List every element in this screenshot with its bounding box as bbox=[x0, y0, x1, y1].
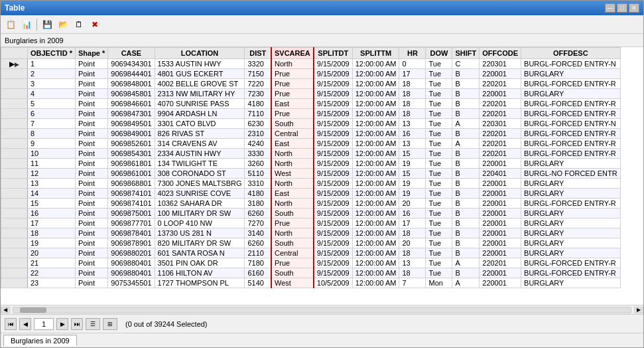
next-record-button[interactable]: ▶ bbox=[56, 318, 68, 330]
table-row[interactable]: ▶ 1 Point 9069434301 1533 AUSTIN HWY 332… bbox=[1, 59, 621, 69]
cell-svcarea: West bbox=[271, 278, 314, 288]
minimize-button[interactable]: — bbox=[605, 3, 615, 13]
cell-offdesc: BURGL-FORCED ENTRY-R bbox=[521, 139, 621, 149]
cell-offcode: 220001 bbox=[480, 89, 521, 99]
cell-hr: 18 bbox=[399, 79, 426, 89]
table-row[interactable]: 9 Point 9069852601 314 CRAVENS AV 4240 E… bbox=[1, 139, 621, 149]
table-row[interactable]: 10 Point 9069854301 2334 AUSTIN HWY 3330… bbox=[1, 149, 621, 159]
col-header-splittm[interactable]: SPLITTM bbox=[352, 48, 399, 59]
cell-shape: Point bbox=[75, 109, 107, 119]
table-row[interactable]: 5 Point 9069846601 4070 SUNRISE PASS 418… bbox=[1, 99, 621, 109]
table-row[interactable]: 3 Point 9069848001 4002 BELLE GROVE ST 7… bbox=[1, 79, 621, 89]
table-row[interactable]: 4 Point 9069845801 2313 NW MILITARY HY 7… bbox=[1, 89, 621, 99]
cell-hr: 13 bbox=[399, 258, 426, 268]
col-header-location[interactable]: LOCATION bbox=[155, 48, 245, 59]
delete-button[interactable]: ✖ bbox=[88, 17, 102, 32]
col-header-shift[interactable]: SHIFT bbox=[452, 48, 480, 59]
cell-svcarea: North bbox=[271, 179, 314, 189]
cell-shift: B bbox=[452, 228, 480, 238]
cell-splittm: 12:00:00 AM bbox=[352, 119, 399, 129]
table-scroll[interactable]: OBJECTID * Shape * CASE LOCATION DIST SV… bbox=[1, 47, 643, 305]
table-row[interactable]: 13 Point 9069868801 7300 JONES MALTSBRG … bbox=[1, 179, 621, 189]
cell-objectid: 6 bbox=[28, 109, 76, 119]
close-button[interactable]: ✕ bbox=[629, 3, 639, 13]
col-header-splitdt[interactable]: SPLITDT bbox=[314, 48, 352, 59]
cell-svcarea: North bbox=[271, 228, 314, 238]
table-row[interactable]: 19 Point 9069878901 820 MILITARY DR SW 6… bbox=[1, 238, 621, 248]
col-header-shape[interactable]: Shape * bbox=[75, 48, 107, 59]
scroll-right-button[interactable]: ▶ bbox=[634, 307, 643, 313]
cell-case: 9069877701 bbox=[108, 218, 155, 228]
table-row[interactable]: 16 Point 9069875001 100 MILITARY DR SW 6… bbox=[1, 209, 621, 218]
cell-location: 134 TWILIGHT TE bbox=[155, 159, 245, 169]
col-header-objectid[interactable]: OBJECTID * bbox=[28, 48, 76, 59]
table-row[interactable]: 8 Point 9069849001 826 RIVAS ST 2310 Cen… bbox=[1, 129, 621, 139]
table-row[interactable]: 21 Point 9069880401 3501 PIN OAK DR 7180… bbox=[1, 258, 621, 268]
scroll-left-button[interactable]: ◀ bbox=[1, 307, 10, 313]
cell-shape: Point bbox=[75, 99, 107, 109]
scroll-thumb[interactable] bbox=[20, 307, 46, 313]
col-header-hr[interactable]: HR bbox=[399, 48, 426, 59]
table-row[interactable]: 11 Point 9069861801 134 TWILIGHT TE 3260… bbox=[1, 159, 621, 169]
cell-shape: Point bbox=[75, 139, 107, 149]
table-row[interactable]: 20 Point 9069880201 601 SANTA ROSA N 211… bbox=[1, 248, 621, 258]
last-record-button[interactable]: ⏭ bbox=[71, 318, 83, 330]
cell-svcarea: Prue bbox=[271, 79, 314, 89]
copy-button[interactable]: 🗒 bbox=[72, 17, 86, 32]
row-indicator bbox=[1, 209, 28, 218]
new-button[interactable]: 📋 bbox=[3, 17, 18, 32]
cell-offdesc: BURGL-FORCED ENTRY-R bbox=[521, 99, 621, 109]
table-row[interactable]: 18 Point 9069878401 13730 US 281 N 3140 … bbox=[1, 228, 621, 238]
table-row[interactable]: 12 Point 9069861001 308 CORONADO ST 5110… bbox=[1, 169, 621, 179]
cell-shift: B bbox=[452, 169, 480, 179]
load-button[interactable]: 📂 bbox=[56, 17, 70, 32]
col-header-offcode[interactable]: OFFCODE bbox=[480, 48, 521, 59]
cell-location: 1533 AUSTIN HWY bbox=[155, 59, 245, 69]
table-row[interactable]: 14 Point 9069874101 4023 SUNRISE COVE 41… bbox=[1, 189, 621, 199]
cell-dow: Tue bbox=[426, 99, 452, 109]
tab-burglaries[interactable]: Burglaries in 2009 bbox=[3, 335, 77, 346]
cell-svcarea: South bbox=[271, 209, 314, 218]
row-indicator bbox=[1, 159, 28, 169]
cell-dist: 3180 bbox=[245, 199, 271, 209]
cell-objectid: 22 bbox=[28, 268, 76, 278]
cell-splittm: 12:00:00 AM bbox=[352, 59, 399, 69]
col-header-rowindicator[interactable] bbox=[1, 48, 28, 59]
table-row[interactable]: 17 Point 9069877701 0 LOOP 410 NW 7270 P… bbox=[1, 218, 621, 228]
cell-splitdt: 9/15/2009 bbox=[314, 218, 352, 228]
cell-hr: 19 bbox=[399, 159, 426, 169]
table-view-button[interactable]: ☰ bbox=[86, 318, 100, 330]
table-row[interactable]: 22 Point 9069880401 1106 HILTON AV 6160 … bbox=[1, 268, 621, 278]
table-row[interactable]: 2 Point 9069844401 4801 GUS ECKERT 7150 … bbox=[1, 69, 621, 79]
table-row[interactable]: 15 Point 9069874101 10362 SAHARA DR 3180… bbox=[1, 199, 621, 209]
save-button[interactable]: 💾 bbox=[40, 17, 54, 32]
maximize-button[interactable]: □ bbox=[617, 3, 627, 13]
scroll-track[interactable] bbox=[13, 307, 631, 313]
cell-case: 9069861801 bbox=[108, 159, 155, 169]
cell-shift: B bbox=[452, 268, 480, 278]
table-row[interactable]: 23 Point 9075345501 1727 THOMPSON PL 514… bbox=[1, 278, 621, 288]
horizontal-scrollbar[interactable]: ◀ ▶ bbox=[1, 305, 643, 314]
cell-location: 4002 BELLE GROVE ST bbox=[155, 79, 245, 89]
cell-dow: Tue bbox=[426, 228, 452, 238]
col-header-offdesc[interactable]: OFFDESC bbox=[521, 48, 621, 59]
table-row[interactable]: 6 Point 9069847301 9904 ARDASH LN 7110 P… bbox=[1, 109, 621, 119]
col-header-dist[interactable]: DIST bbox=[245, 48, 271, 59]
first-record-button[interactable]: ⏮ bbox=[5, 318, 17, 330]
table-row[interactable]: 7 Point 9069849501 3301 CATO BLVD 6230 S… bbox=[1, 119, 621, 129]
card-view-button[interactable]: ⊞ bbox=[103, 318, 117, 330]
cell-dow: Tue bbox=[426, 189, 452, 199]
col-header-svcarea[interactable]: SVCAREA bbox=[271, 48, 314, 59]
prev-record-button[interactable]: ◀ bbox=[19, 318, 31, 330]
cell-objectid: 2 bbox=[28, 69, 76, 79]
cell-shape: Point bbox=[75, 189, 107, 199]
cell-svcarea: Prue bbox=[271, 69, 314, 79]
cell-shift: C bbox=[452, 59, 480, 69]
col-header-case[interactable]: CASE bbox=[108, 48, 155, 59]
current-record-input[interactable] bbox=[34, 318, 54, 330]
cell-hr: 18 bbox=[399, 89, 426, 99]
col-header-dow[interactable]: DOW bbox=[426, 48, 452, 59]
cell-offcode: 220001 bbox=[480, 159, 521, 169]
cell-shape: Point bbox=[75, 248, 107, 258]
options-button[interactable]: 📊 bbox=[19, 17, 34, 32]
